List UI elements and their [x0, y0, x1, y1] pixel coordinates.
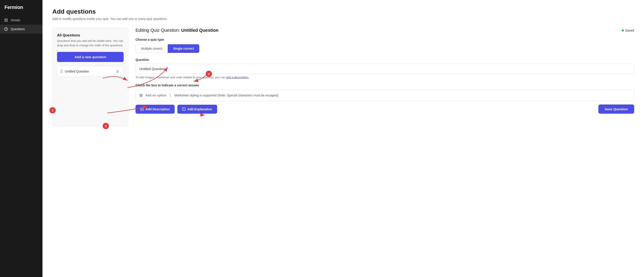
editor-title-question: Untitled Question	[181, 28, 219, 33]
page-subtitle: Add or modify questions inside your quiz…	[52, 17, 634, 21]
all-questions-desc: Questions that you add will be visible h…	[57, 39, 124, 48]
svg-rect-3	[6, 20, 8, 22]
svg-point-11	[184, 108, 184, 109]
quiz-type-section-label: Choose a quiz type	[136, 38, 634, 41]
question-item-label: Untitled Question	[65, 70, 113, 73]
bottom-left-buttons: Add Description Add Explanation	[136, 105, 217, 114]
annotation-1: 1	[50, 107, 56, 113]
check-answer-label: Check the box to indicate a correct answ…	[136, 84, 634, 87]
multiple-correct-button[interactable]: Multiple correct	[136, 44, 168, 53]
quiz-type-selector: Multiple correct Single correct	[136, 44, 200, 53]
add-description-button[interactable]: Add Description	[136, 105, 175, 114]
svg-rect-1	[6, 19, 8, 20]
question-label: Question	[136, 58, 634, 62]
add-option-row[interactable]: ⊞ Add an option | Markdown styling is su…	[136, 90, 634, 101]
add-option-label: Add an option	[145, 94, 166, 97]
svg-text:?: ?	[5, 28, 7, 31]
saved-dot-icon	[622, 29, 624, 32]
single-correct-button[interactable]: Single correct	[168, 44, 199, 53]
option-note: Markdown styling is supported (Note: Spe…	[174, 94, 278, 97]
right-panel: 2 Editing Quiz Question: Untitled Questi…	[136, 28, 634, 126]
saved-badge: Saved	[622, 29, 634, 32]
editor-title: Editing Quiz Question: Untitled Question	[136, 28, 218, 33]
main-content: Add questions Add or modify questions in…	[42, 0, 644, 277]
description-icon	[140, 107, 144, 111]
page-title: Add questions	[52, 8, 634, 15]
save-question-button[interactable]: Save Question	[598, 105, 634, 114]
bottom-buttons: Add Description Add Explanation Save Que…	[136, 105, 634, 114]
left-panel: 1 3 All Questions Questions that you add…	[52, 28, 128, 126]
delete-question-icon[interactable]: 🗑	[115, 69, 120, 74]
editor-header: Editing Quiz Question: Untitled Question…	[136, 28, 634, 33]
svg-rect-2	[4, 20, 6, 22]
grid-icon	[4, 18, 8, 22]
option-separator: |	[170, 93, 171, 97]
add-new-question-button[interactable]: Add a new question	[57, 52, 124, 62]
sidebar-item-questions[interactable]: ? Questions	[0, 25, 42, 34]
question-list-item[interactable]: Untitled Question 🗑	[57, 66, 124, 77]
content-layout: 1 3 All Questions Questions that you add…	[52, 28, 634, 126]
question-icon: ?	[4, 27, 8, 31]
sidebar-item-details[interactable]: Details	[0, 16, 42, 25]
app-logo: Fermion	[0, 0, 42, 16]
saved-label: Saved	[625, 29, 634, 32]
editor-title-prefix: Editing Quiz Question:	[136, 28, 180, 33]
add-option-icon: ⊞	[139, 93, 143, 98]
add-description-link[interactable]: add a description.	[226, 76, 249, 79]
drag-handle-icon	[60, 70, 62, 73]
all-questions-title: All Questions	[57, 33, 124, 37]
svg-rect-0	[4, 19, 6, 20]
add-explanation-button[interactable]: Add Explanation	[177, 105, 217, 114]
question-input[interactable]	[136, 64, 634, 74]
sidebar-item-label-details: Details	[11, 18, 20, 22]
annotation-3: 3	[103, 123, 109, 129]
helper-text: To add images, markdown and code related…	[136, 76, 634, 79]
sidebar: Fermion Details ? Questions	[0, 0, 42, 277]
explanation-icon	[182, 107, 186, 111]
sidebar-item-label-questions: Questions	[11, 27, 25, 31]
